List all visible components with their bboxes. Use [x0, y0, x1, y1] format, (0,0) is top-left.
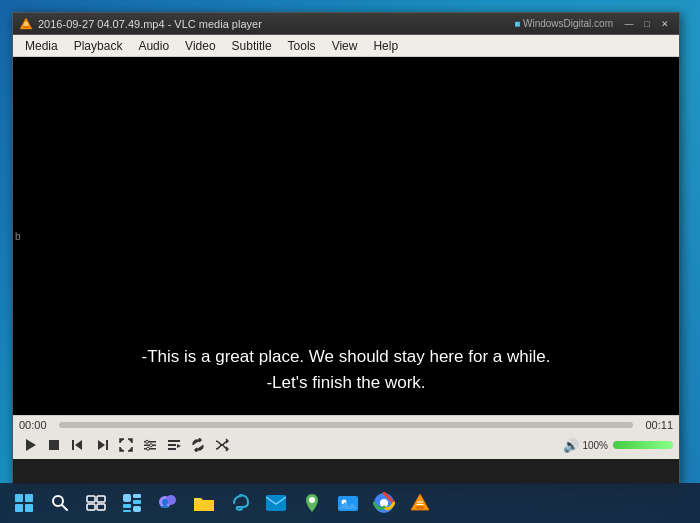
- stop-button[interactable]: [43, 435, 65, 455]
- svg-rect-18: [168, 448, 176, 450]
- taskbar-edge-button[interactable]: [224, 487, 256, 519]
- svg-rect-31: [133, 494, 141, 498]
- controls-area: 00:00 00:11: [13, 415, 679, 459]
- svg-rect-26: [87, 496, 95, 502]
- taskbar-start-button[interactable]: [8, 487, 40, 519]
- volume-fill: [613, 441, 673, 449]
- svg-point-40: [309, 497, 315, 503]
- svg-rect-35: [133, 506, 141, 512]
- play-button[interactable]: [19, 435, 41, 455]
- taskbar-mail-button[interactable]: [260, 487, 292, 519]
- close-button[interactable]: ✕: [657, 17, 673, 31]
- menu-view[interactable]: View: [324, 37, 366, 55]
- svg-rect-22: [15, 504, 23, 512]
- svg-rect-20: [15, 494, 23, 502]
- svg-point-14: [150, 444, 153, 447]
- menu-playback[interactable]: Playback: [66, 37, 131, 55]
- svg-rect-23: [25, 504, 33, 512]
- svg-rect-28: [87, 504, 95, 510]
- svg-rect-8: [106, 440, 108, 450]
- playlist-button[interactable]: [163, 435, 185, 455]
- taskbar-chrome-button[interactable]: [368, 487, 400, 519]
- next-button[interactable]: [91, 435, 113, 455]
- menu-bar: Media Playback Audio Video Subtitle Tool…: [13, 35, 679, 57]
- video-area[interactable]: b -This is a great place. We should stay…: [13, 57, 679, 415]
- minimize-button[interactable]: —: [621, 17, 637, 31]
- desktop: 2016-09-27 04.07.49.mp4 - VLC media play…: [0, 0, 700, 523]
- menu-help[interactable]: Help: [365, 37, 406, 55]
- svg-rect-16: [168, 440, 180, 442]
- svg-rect-39: [266, 495, 286, 511]
- svg-marker-9: [98, 440, 105, 450]
- fullscreen-button[interactable]: [115, 435, 137, 455]
- edge-label: b: [15, 231, 21, 242]
- svg-rect-32: [133, 500, 141, 504]
- subtitle-display: -This is a great place. We should stay h…: [13, 344, 679, 395]
- loop-button[interactable]: [187, 435, 209, 455]
- svg-marker-19: [177, 444, 181, 448]
- svg-point-15: [147, 447, 150, 450]
- svg-rect-17: [168, 444, 176, 446]
- taskbar-maps-button[interactable]: [296, 487, 328, 519]
- volume-slider[interactable]: [613, 441, 673, 449]
- playback-buttons: 🔊 100%: [19, 435, 673, 455]
- taskbar-taskview-button[interactable]: [80, 487, 112, 519]
- vlc-window: 2016-09-27 04.07.49.mp4 - VLC media play…: [12, 12, 680, 485]
- svg-rect-6: [72, 440, 74, 450]
- progress-row: 00:00 00:11: [19, 419, 673, 431]
- svg-rect-33: [123, 504, 131, 508]
- seekbar[interactable]: [59, 422, 633, 428]
- taskbar-explorer-button[interactable]: [188, 487, 220, 519]
- title-bar: 2016-09-27 04.07.49.mp4 - VLC media play…: [13, 13, 679, 35]
- menu-media[interactable]: Media: [17, 37, 66, 55]
- taskbar: 👤: [0, 483, 700, 523]
- svg-rect-21: [25, 494, 33, 502]
- window-title: 2016-09-27 04.07.49.mp4 - VLC media play…: [38, 18, 514, 30]
- svg-rect-5: [49, 440, 59, 450]
- subtitle-line1: -This is a great place. We should stay h…: [13, 344, 679, 370]
- time-total: 00:11: [638, 419, 673, 431]
- volume-icon: 🔊: [563, 438, 579, 453]
- taskbar-vlc-button[interactable]: [404, 487, 436, 519]
- svg-rect-34: [123, 510, 131, 512]
- time-current: 00:00: [19, 419, 54, 431]
- menu-video[interactable]: Video: [177, 37, 223, 55]
- taskbar-search-button[interactable]: [44, 487, 76, 519]
- volume-percent: 100%: [582, 440, 608, 451]
- menu-tools[interactable]: Tools: [280, 37, 324, 55]
- svg-rect-27: [97, 496, 105, 502]
- svg-point-13: [146, 440, 149, 443]
- menu-subtitle[interactable]: Subtitle: [224, 37, 280, 55]
- svg-rect-1: [23, 26, 29, 28]
- watermark: ■ WindowsDigital.com: [514, 18, 613, 29]
- taskbar-widgets-button[interactable]: [116, 487, 148, 519]
- svg-marker-4: [26, 439, 36, 451]
- menu-audio[interactable]: Audio: [130, 37, 177, 55]
- ext-settings-button[interactable]: [139, 435, 161, 455]
- vlc-icon: [19, 17, 33, 31]
- svg-rect-29: [97, 504, 105, 510]
- svg-rect-30: [123, 494, 131, 502]
- volume-control: 🔊 100%: [563, 438, 673, 453]
- prev-button[interactable]: [67, 435, 89, 455]
- title-bar-buttons: — □ ✕: [621, 17, 673, 31]
- subtitle-line2: -Let's finish the work.: [13, 370, 679, 396]
- svg-marker-7: [75, 440, 82, 450]
- svg-rect-47: [416, 506, 424, 509]
- random-button[interactable]: [211, 435, 233, 455]
- taskbar-chat-button[interactable]: 👤: [152, 487, 184, 519]
- svg-line-25: [62, 505, 67, 510]
- maximize-button[interactable]: □: [639, 17, 655, 31]
- svg-text:👤: 👤: [160, 498, 170, 508]
- taskbar-photos-button[interactable]: [332, 487, 364, 519]
